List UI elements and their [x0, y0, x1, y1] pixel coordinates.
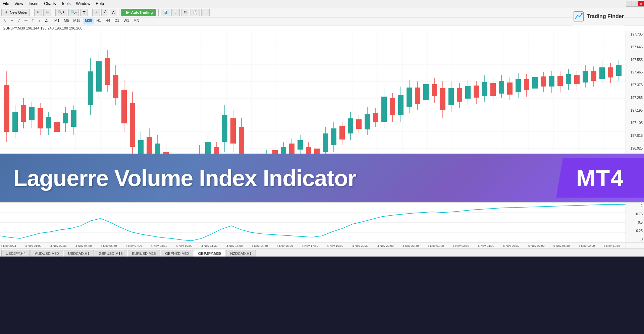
zoom-in-button[interactable]: 🔍+	[55, 9, 67, 16]
tab-nzdcad-h1[interactable]: NZDCAD,H1	[226, 250, 256, 257]
maximize-button[interactable]: □	[632, 1, 638, 7]
svg-rect-179	[608, 67, 613, 77]
close-button[interactable]: ✕	[638, 1, 644, 7]
chart-scroll-button[interactable]: ⇆	[80, 9, 88, 16]
tf-h1[interactable]: H1	[94, 18, 103, 24]
separator-3	[90, 9, 90, 16]
time-label-4: 4 Nov 05:30	[101, 244, 117, 247]
svg-rect-61	[113, 75, 118, 98]
tab-bar: USDJPY,H4 AUDUSD,M30 USDCAD,H1 GBPUSD,M1…	[0, 248, 644, 257]
svg-rect-173	[583, 71, 588, 82]
price-level-9: 196.925	[627, 147, 643, 150]
indicator-axis: 1 0.75 0.5 0.25 0	[626, 203, 644, 242]
cursor-tool[interactable]: ↖	[1, 18, 8, 24]
svg-rect-55	[88, 71, 93, 105]
svg-point-1	[581, 13, 583, 15]
more-button[interactable]: ⋯	[201, 9, 210, 16]
svg-rect-117	[348, 118, 353, 133]
svg-rect-123	[373, 113, 378, 122]
svg-rect-163	[541, 76, 546, 87]
trading-finder-logo-text: Trading Finder	[587, 13, 624, 19]
time-label-0: 4 Nov 2024	[1, 244, 16, 247]
period-sep-button[interactable]: ⋮	[171, 9, 180, 16]
clock-button[interactable]: 🕐	[191, 9, 200, 16]
new-order-button[interactable]: + New Order	[1, 9, 30, 16]
svg-rect-169	[566, 74, 571, 84]
options-button[interactable]: ⚙	[181, 9, 189, 16]
svg-rect-53	[71, 110, 76, 127]
price-level-0: 197.735	[627, 33, 643, 36]
svg-rect-159	[524, 79, 529, 90]
time-label-21: 5 Nov 07:00	[528, 244, 545, 247]
tab-usdcad-h1[interactable]: USDCAD,H1	[64, 250, 94, 257]
svg-rect-181	[616, 65, 622, 76]
svg-rect-115	[339, 126, 345, 140]
new-order-icon: +	[4, 10, 9, 15]
line-button[interactable]: ╱	[101, 9, 108, 16]
crosshair-button[interactable]: ✛	[92, 9, 100, 16]
time-label-1: 4 Nov 01:00	[25, 244, 42, 247]
tab-usdjpy-h4[interactable]: USDJPY,H4	[1, 250, 30, 257]
ind-level-1: 1	[627, 204, 643, 208]
separator-2	[53, 9, 53, 16]
arrow-tool[interactable]: ↑	[37, 18, 43, 24]
svg-rect-49	[54, 122, 60, 132]
indicator-svg	[0, 203, 626, 242]
svg-rect-155	[507, 82, 513, 95]
menu-file[interactable]: File	[3, 1, 9, 6]
tf-m1[interactable]: M1	[52, 18, 61, 24]
menu-help[interactable]: Help	[96, 1, 104, 6]
chart-main[interactable]: 197.735 197.645 197.555 197.465 197.375 …	[0, 31, 644, 202]
menu-window[interactable]: Window	[76, 1, 91, 6]
banner-overlay: Laguerre Volume Index Indicator MT4	[0, 154, 644, 202]
hline-tool[interactable]: ─	[9, 18, 15, 24]
svg-rect-119	[356, 119, 362, 129]
tab-gbpjpy-m30[interactable]: GBPJPY,M30	[194, 250, 225, 257]
zoom-out-button[interactable]: 🔍-	[68, 9, 79, 16]
menu-view[interactable]: View	[14, 1, 23, 6]
tf-w1[interactable]: W1	[122, 18, 131, 24]
svg-rect-91	[239, 127, 244, 155]
time-label-3: 4 Nov 04:00	[75, 244, 92, 247]
time-label-14: 4 Nov 20:30	[352, 244, 369, 247]
minimize-button[interactable]: ─	[626, 1, 632, 7]
tab-gbpusd-m15[interactable]: GBPUSD,M15	[95, 250, 127, 257]
time-label-23: 5 Nov 10:00	[579, 244, 595, 247]
tf-h4[interactable]: H4	[103, 18, 112, 24]
time-label-13: 4 Nov 19:00	[327, 244, 343, 247]
indicator-panel: 1 0.75 0.5 0.25 0	[0, 202, 644, 242]
ind-level-0: 0	[627, 237, 643, 241]
tf-m15[interactable]: M15	[71, 18, 83, 24]
draw-tool[interactable]: ✏	[22, 18, 30, 24]
svg-rect-51	[63, 113, 68, 123]
text-tool[interactable]: T	[30, 18, 36, 24]
time-label-11: 4 Nov 16:00	[277, 244, 293, 247]
text-button[interactable]: A	[110, 9, 117, 16]
angle-tool[interactable]: ∠	[43, 18, 50, 24]
price-level-4: 197.375	[627, 83, 643, 87]
undo-button[interactable]: ↩	[34, 9, 42, 16]
svg-rect-137	[432, 84, 437, 96]
tf-mn[interactable]: MN	[131, 18, 141, 24]
menu-insert[interactable]: Insert	[29, 1, 39, 6]
tf-d1[interactable]: D1	[113, 18, 121, 24]
indicators-button[interactable]: 📊	[161, 9, 170, 16]
svg-rect-131	[407, 88, 412, 107]
menu-charts[interactable]: Charts	[44, 1, 56, 6]
tf-m5[interactable]: M5	[62, 18, 71, 24]
tab-audusd-m30[interactable]: AUDUSD,M30	[31, 250, 63, 257]
trendline-tool[interactable]: ╱	[16, 18, 22, 24]
menu-tools[interactable]: Tools	[61, 1, 71, 6]
auto-trading-button[interactable]: ▶ AutoTrading	[121, 9, 157, 16]
svg-rect-141	[448, 88, 454, 105]
tab-gbpnzd-m30[interactable]: GBPNZD,M30	[161, 250, 193, 257]
svg-rect-45	[38, 108, 43, 128]
svg-rect-157	[516, 79, 521, 92]
time-label-9: 4 Nov 13:00	[226, 244, 243, 247]
time-label-15: 4 Nov 22:00	[377, 244, 394, 247]
svg-rect-147	[474, 86, 479, 98]
tf-m30[interactable]: M30	[83, 18, 94, 24]
price-level-8: 197.015	[627, 134, 643, 137]
redo-button[interactable]: ↪	[43, 9, 51, 16]
tab-eurusd-m15[interactable]: EURUSD,M15	[128, 250, 160, 257]
